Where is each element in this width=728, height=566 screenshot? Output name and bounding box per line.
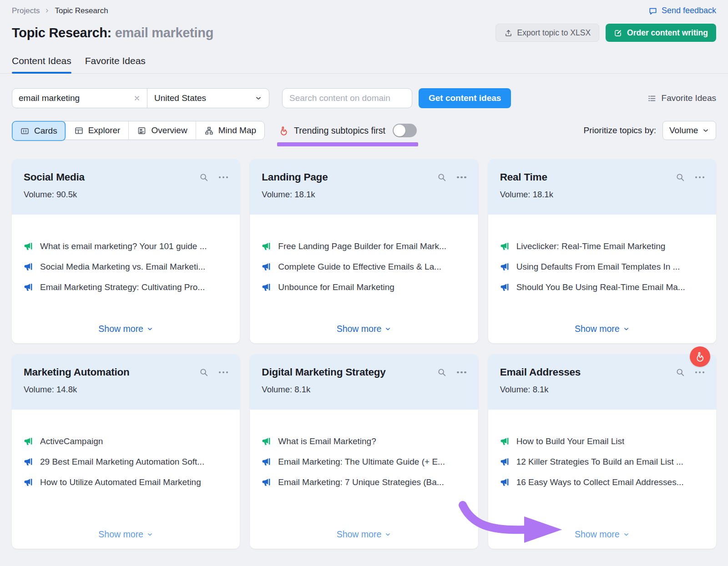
chevron-down-icon bbox=[384, 326, 391, 332]
headline-item[interactable]: Social Media Marketing vs. Email Marketi… bbox=[24, 261, 228, 272]
tab-favorite-ideas[interactable]: Favorite Ideas bbox=[85, 55, 146, 73]
headline-item[interactable]: Using Defaults From Email Templates In .… bbox=[500, 261, 704, 272]
prioritize-topics-label: Prioritize topics by: bbox=[584, 125, 656, 135]
card-body: ActiveCampaign 29 Best Email Marketing A… bbox=[12, 410, 240, 549]
megaphone-icon bbox=[24, 241, 34, 251]
view-segmented-control: Cards Explorer Overview Mind Map bbox=[12, 121, 265, 140]
breadcrumb-current: Topic Research bbox=[55, 6, 108, 15]
more-menu-icon[interactable] bbox=[695, 367, 705, 377]
search-icon[interactable] bbox=[675, 367, 685, 377]
megaphone-icon bbox=[500, 436, 510, 446]
overview-view-label: Overview bbox=[151, 125, 187, 135]
megaphone-icon bbox=[500, 282, 510, 292]
show-more-link[interactable]: Show more bbox=[12, 324, 240, 334]
card-header: Landing Page Volume: 18.1k bbox=[250, 159, 478, 215]
headline-item[interactable]: Unbounce for Email Marketing bbox=[262, 282, 466, 292]
more-menu-icon[interactable] bbox=[219, 172, 228, 182]
send-feedback-link[interactable]: Send feedback bbox=[648, 6, 716, 15]
subtopic-card-social-media: Social Media Volume: 90.5k What is email… bbox=[12, 159, 240, 343]
card-title: Real Time bbox=[500, 171, 675, 183]
page-title-query: email marketing bbox=[115, 25, 213, 40]
show-more-label: Show more bbox=[337, 324, 382, 334]
headline-text: Email Marketing: The Ultimate Guide (+ E… bbox=[278, 457, 445, 467]
prioritize-topics-control: Prioritize topics by: Volume bbox=[584, 121, 716, 140]
headline-item[interactable]: Liveclicker: Real-Time Email Marketing bbox=[500, 241, 704, 251]
order-content-writing-label: Order content writing bbox=[627, 28, 708, 38]
clear-query-icon[interactable] bbox=[133, 95, 141, 102]
card-volume: Volume: 18.1k bbox=[262, 190, 466, 200]
megaphone-icon bbox=[24, 457, 34, 467]
headline-item[interactable]: How to Utilize Automated Email Marketing bbox=[24, 477, 228, 487]
trending-subtopics-toggle[interactable] bbox=[393, 124, 417, 137]
tab-content-ideas[interactable]: Content Ideas bbox=[12, 55, 71, 73]
headline-item[interactable]: Email Marketing: The Ultimate Guide (+ E… bbox=[262, 456, 466, 467]
search-icon[interactable] bbox=[199, 172, 209, 182]
breadcrumb-projects[interactable]: Projects bbox=[12, 6, 40, 15]
show-more-label: Show more bbox=[337, 529, 382, 540]
headline-text: What is Email Marketing? bbox=[278, 436, 376, 446]
headline-item[interactable]: ActiveCampaign bbox=[24, 436, 228, 446]
cards-view-icon bbox=[20, 126, 30, 136]
card-volume: Volume: 8.1k bbox=[500, 385, 704, 395]
search-icon[interactable] bbox=[437, 367, 447, 377]
favorite-ideas-button[interactable]: Favorite Ideas bbox=[647, 93, 716, 103]
show-more-label: Show more bbox=[98, 529, 143, 540]
megaphone-icon bbox=[24, 436, 34, 446]
more-menu-icon[interactable] bbox=[457, 367, 466, 377]
prioritize-select-value: Volume bbox=[669, 125, 698, 135]
card-volume: Volume: 8.1k bbox=[262, 385, 466, 395]
headline-text: 16 Easy Ways to Collect Email Addresses.… bbox=[516, 477, 684, 487]
topic-research-page: Projects Topic Research Send feedback To… bbox=[0, 0, 728, 549]
headline-item[interactable]: What is Email Marketing? bbox=[262, 436, 466, 446]
subtopic-card-real-time: Real Time Volume: 18.1k Liveclicker: Rea… bbox=[488, 159, 716, 343]
headline-item[interactable]: 29 Best Email Marketing Automation Soft.… bbox=[24, 456, 228, 467]
show-more-link[interactable]: Show more bbox=[12, 529, 240, 540]
headline-text: Email Marketing: 7 Unique Strategies (Ba… bbox=[278, 477, 444, 487]
topic-query-field[interactable] bbox=[19, 93, 130, 103]
headline-text: 12 Killer Strategies To Build an Email L… bbox=[516, 457, 683, 467]
search-icon[interactable] bbox=[437, 172, 447, 182]
show-more-label: Show more bbox=[98, 324, 143, 334]
headline-text: Liveclicker: Real-Time Email Marketing bbox=[516, 241, 666, 251]
show-more-link[interactable]: Show more bbox=[488, 324, 716, 334]
order-content-writing-button[interactable]: Order content writing bbox=[606, 24, 716, 42]
card-header: Email Addresses Volume: 8.1k bbox=[488, 354, 716, 410]
more-menu-icon[interactable] bbox=[457, 172, 466, 182]
flame-icon bbox=[694, 351, 706, 363]
edit-icon bbox=[614, 29, 622, 37]
more-menu-icon[interactable] bbox=[695, 172, 705, 182]
domain-search-input[interactable] bbox=[282, 88, 412, 108]
headline-item[interactable]: Email Marketing: 7 Unique Strategies (Ba… bbox=[262, 477, 466, 487]
headline-item[interactable]: Complete Guide to Effective Emails & La.… bbox=[262, 261, 466, 272]
domain-search-field[interactable] bbox=[289, 93, 405, 103]
headline-item[interactable]: How to Build Your Email List bbox=[500, 436, 704, 446]
more-menu-icon[interactable] bbox=[219, 367, 228, 377]
show-more-link[interactable]: Show more bbox=[250, 324, 478, 334]
chevron-right-icon bbox=[44, 8, 50, 14]
megaphone-icon bbox=[500, 457, 510, 467]
get-content-ideas-button[interactable]: Get content ideas bbox=[419, 88, 511, 108]
favorite-ideas-label: Favorite Ideas bbox=[662, 93, 716, 103]
view-option-overview[interactable]: Overview bbox=[129, 121, 196, 140]
subtopic-cards-grid: Social Media Volume: 90.5k What is email… bbox=[12, 159, 716, 549]
headline-text: Free Landing Page Builder for Email Mark… bbox=[278, 241, 446, 251]
search-icon[interactable] bbox=[199, 367, 209, 377]
view-option-cards[interactable]: Cards bbox=[12, 121, 66, 141]
subtopic-card-landing-page: Landing Page Volume: 18.1k Free Landing … bbox=[250, 159, 478, 343]
prioritize-select[interactable]: Volume bbox=[662, 121, 716, 140]
search-icon[interactable] bbox=[675, 172, 685, 182]
view-option-mind-map[interactable]: Mind Map bbox=[196, 121, 264, 140]
headline-item[interactable]: Email Marketing Strategy: Cultivating Pr… bbox=[24, 282, 228, 292]
headline-item[interactable]: 12 Killer Strategies To Build an Email L… bbox=[500, 456, 704, 467]
headline-item[interactable]: Free Landing Page Builder for Email Mark… bbox=[262, 241, 466, 251]
topic-query-input[interactable] bbox=[12, 89, 147, 108]
show-more-link[interactable]: Show more bbox=[250, 529, 478, 540]
show-more-link[interactable]: Show more bbox=[488, 529, 716, 540]
headline-item[interactable]: What is email marketing? Your 101 guide … bbox=[24, 241, 228, 251]
headline-item[interactable]: Should You Be Using Real-Time Email Ma..… bbox=[500, 282, 704, 292]
export-xlsx-button[interactable]: Export topic to XLSX bbox=[495, 24, 599, 42]
view-option-explorer[interactable]: Explorer bbox=[66, 121, 129, 140]
country-select[interactable]: United States bbox=[147, 89, 269, 108]
headline-text: ActiveCampaign bbox=[40, 436, 103, 446]
headline-item[interactable]: 16 Easy Ways to Collect Email Addresses.… bbox=[500, 477, 704, 487]
